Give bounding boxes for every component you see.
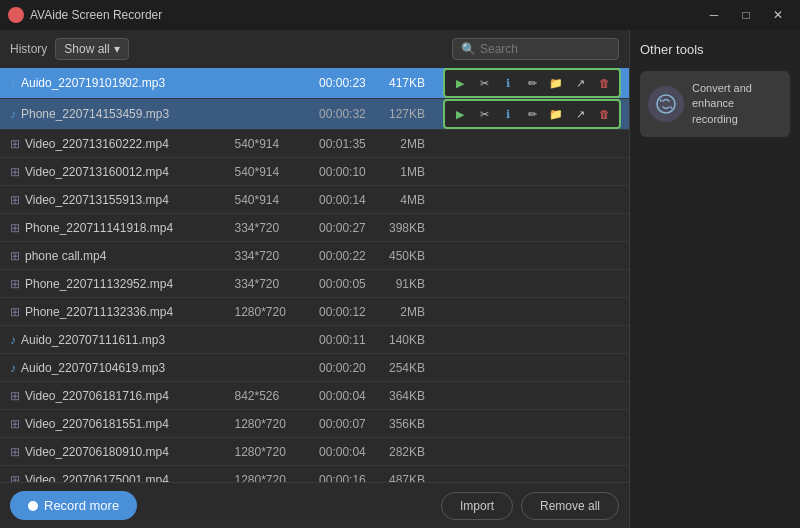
record-resolution: 540*914 bbox=[226, 158, 302, 186]
record-name: ⊞Video_220713160222.mp4 bbox=[0, 130, 226, 158]
delete-button[interactable]: 🗑 bbox=[593, 72, 615, 94]
window-controls: ─ □ ✕ bbox=[700, 5, 792, 25]
record-duration: 00:00:23 bbox=[303, 68, 374, 99]
table-row[interactable]: ⊞Phone_220711132952.mp4334*72000:00:0591… bbox=[0, 270, 629, 298]
app-title: AVAide Screen Recorder bbox=[30, 8, 162, 22]
record-resolution: 1280*720 bbox=[226, 410, 302, 438]
maximize-button[interactable]: □ bbox=[732, 5, 760, 25]
table-row[interactable]: ⊞Video_220706181551.mp41280*72000:00:073… bbox=[0, 410, 629, 438]
right-panel: Other tools Convert and enhance recordin… bbox=[630, 30, 800, 528]
record-name: ♪Auido_220719101902.mp3 bbox=[0, 68, 226, 99]
delete-button[interactable]: 🗑 bbox=[593, 103, 615, 125]
cut-button[interactable]: ✂ bbox=[473, 103, 495, 125]
cut-button[interactable]: ✂ bbox=[473, 72, 495, 94]
record-resolution: 1280*720 bbox=[226, 438, 302, 466]
record-size: 364KB bbox=[374, 382, 435, 410]
other-tools-title: Other tools bbox=[640, 42, 790, 57]
play-button[interactable]: ▶ bbox=[449, 103, 471, 125]
record-more-button[interactable]: Record more bbox=[10, 491, 137, 520]
record-size: 2MB bbox=[374, 298, 435, 326]
folder-button[interactable]: 📁 bbox=[545, 103, 567, 125]
edit-button[interactable]: ✏ bbox=[521, 72, 543, 94]
record-duration: 00:00:20 bbox=[303, 354, 374, 382]
table-row[interactable]: ⊞Phone_220711141918.mp4334*72000:00:2739… bbox=[0, 214, 629, 242]
history-label: History bbox=[10, 42, 47, 56]
history-select[interactable]: Show all ▾ bbox=[55, 38, 128, 60]
convert-tool-card[interactable]: Convert and enhance recording bbox=[640, 71, 790, 137]
record-resolution bbox=[226, 354, 302, 382]
record-actions: ▶✂ℹ✏📁↗🗑 bbox=[435, 99, 629, 130]
edit-button[interactable]: ✏ bbox=[521, 103, 543, 125]
record-name: ⊞Video_220713160012.mp4 bbox=[0, 158, 226, 186]
info-button[interactable]: ℹ bbox=[497, 103, 519, 125]
table-row[interactable]: ⊞Video_220713155913.mp4540*91400:00:144M… bbox=[0, 186, 629, 214]
record-actions: ▶✂ℹ✏📁↗🗑 bbox=[435, 68, 629, 99]
info-button[interactable]: ℹ bbox=[497, 72, 519, 94]
folder-button[interactable]: 📁 bbox=[545, 72, 567, 94]
record-size: 2MB bbox=[374, 130, 435, 158]
table-row[interactable]: ♪Auido_220707104619.mp300:00:20254KB bbox=[0, 354, 629, 382]
table-row[interactable]: ⊞Video_220706175001.mp41280*72000:00:164… bbox=[0, 466, 629, 483]
svg-point-0 bbox=[657, 95, 675, 113]
table-row[interactable]: ⊞Video_220713160012.mp4540*91400:00:101M… bbox=[0, 158, 629, 186]
app-icon bbox=[8, 7, 24, 23]
record-duration: 00:00:05 bbox=[303, 270, 374, 298]
action-buttons-group: ▶✂ℹ✏📁↗🗑 bbox=[443, 68, 621, 98]
record-size: 91KB bbox=[374, 270, 435, 298]
left-panel: History Show all ▾ 🔍 ♪Auido_220719101902… bbox=[0, 30, 630, 528]
record-duration: 00:00:27 bbox=[303, 214, 374, 242]
minimize-button[interactable]: ─ bbox=[700, 5, 728, 25]
record-size: 1MB bbox=[374, 158, 435, 186]
table-row[interactable]: ♪Auido_220719101902.mp300:00:23417KB▶✂ℹ✏… bbox=[0, 68, 629, 99]
record-name: ⊞Video_220713155913.mp4 bbox=[0, 186, 226, 214]
record-resolution: 1280*720 bbox=[226, 466, 302, 483]
record-duration: 00:00:04 bbox=[303, 438, 374, 466]
share-button[interactable]: ↗ bbox=[569, 72, 591, 94]
chevron-down-icon: ▾ bbox=[114, 42, 120, 56]
table-row[interactable]: ⊞Video_220706180910.mp41280*72000:00:042… bbox=[0, 438, 629, 466]
records-table: ♪Auido_220719101902.mp300:00:23417KB▶✂ℹ✏… bbox=[0, 68, 629, 482]
search-input[interactable] bbox=[480, 42, 610, 56]
table-row[interactable]: ⊞Video_220713160222.mp4540*91400:01:352M… bbox=[0, 130, 629, 158]
record-name: ♪Auido_220707111611.mp3 bbox=[0, 326, 226, 354]
play-button[interactable]: ▶ bbox=[449, 72, 471, 94]
record-size: 487KB bbox=[374, 466, 435, 483]
record-resolution: 1280*720 bbox=[226, 298, 302, 326]
table-row[interactable]: ⊞Video_220706181716.mp4842*52600:00:0436… bbox=[0, 382, 629, 410]
table-row[interactable]: ♪Auido_220707111611.mp300:00:11140KB bbox=[0, 326, 629, 354]
record-size: 140KB bbox=[374, 326, 435, 354]
record-name: ♪Phone_220714153459.mp3 bbox=[0, 99, 226, 130]
record-name: ⊞Phone_220711141918.mp4 bbox=[0, 214, 226, 242]
table-row[interactable]: ⊞Phone_220711132336.mp41280*72000:00:122… bbox=[0, 298, 629, 326]
record-size: 4MB bbox=[374, 186, 435, 214]
record-duration: 00:00:22 bbox=[303, 242, 374, 270]
record-size: 254KB bbox=[374, 354, 435, 382]
remove-all-button[interactable]: Remove all bbox=[521, 492, 619, 520]
convert-tool-icon bbox=[648, 86, 684, 122]
record-name: ⊞Video_220706175001.mp4 bbox=[0, 466, 226, 483]
close-button[interactable]: ✕ bbox=[764, 5, 792, 25]
record-duration: 00:00:07 bbox=[303, 410, 374, 438]
main-layout: History Show all ▾ 🔍 ♪Auido_220719101902… bbox=[0, 30, 800, 528]
record-duration: 00:00:11 bbox=[303, 326, 374, 354]
record-resolution: 334*720 bbox=[226, 242, 302, 270]
share-button[interactable]: ↗ bbox=[569, 103, 591, 125]
search-box: 🔍 bbox=[452, 38, 619, 60]
record-size: 450KB bbox=[374, 242, 435, 270]
record-name: ⊞Video_220706181551.mp4 bbox=[0, 410, 226, 438]
record-resolution: 540*914 bbox=[226, 186, 302, 214]
record-duration: 00:00:04 bbox=[303, 382, 374, 410]
record-resolution bbox=[226, 326, 302, 354]
bottom-bar: Record more Import Remove all bbox=[0, 482, 629, 528]
title-bar: AVAide Screen Recorder ─ □ ✕ bbox=[0, 0, 800, 30]
record-duration: 00:00:16 bbox=[303, 466, 374, 483]
table-row[interactable]: ⊞phone call.mp4334*72000:00:22450KB bbox=[0, 242, 629, 270]
record-size: 398KB bbox=[374, 214, 435, 242]
convert-tool-label: Convert and enhance recording bbox=[692, 81, 782, 127]
record-resolution bbox=[226, 99, 302, 130]
record-size: 127KB bbox=[374, 99, 435, 130]
table-row[interactable]: ♪Phone_220714153459.mp300:00:32127KB▶✂ℹ✏… bbox=[0, 99, 629, 130]
record-name: ⊞Phone_220711132336.mp4 bbox=[0, 298, 226, 326]
import-button[interactable]: Import bbox=[441, 492, 513, 520]
record-duration: 00:01:35 bbox=[303, 130, 374, 158]
